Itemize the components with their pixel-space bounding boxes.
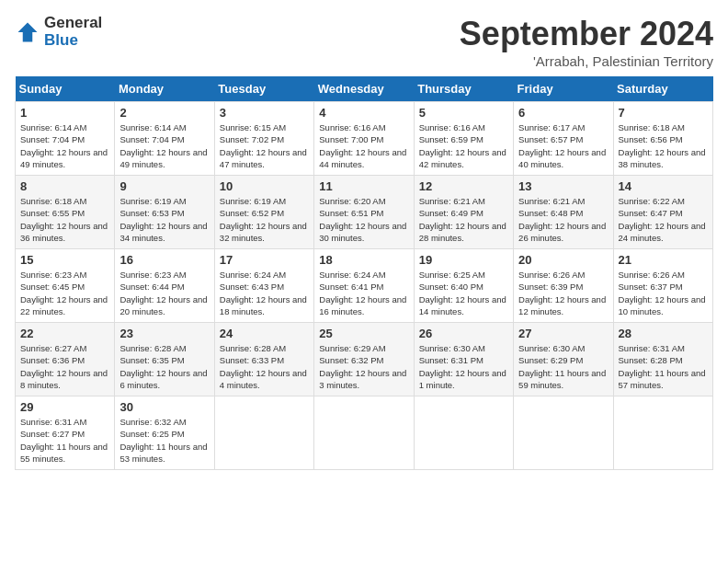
table-row: 1 Sunrise: 6:14 AM Sunset: 7:04 PM Dayli… <box>16 102 115 176</box>
table-row: 27 Sunrise: 6:30 AM Sunset: 6:29 PM Dayl… <box>514 323 613 396</box>
logo-icon <box>15 19 40 45</box>
page-header: General Blue September 2024 'Arrabah, Pa… <box>15 15 713 69</box>
title-block: September 2024 'Arrabah, Palestinian Ter… <box>460 15 713 69</box>
calendar-table: Sunday Monday Tuesday Wednesday Thursday… <box>15 76 713 470</box>
table-row: 8 Sunrise: 6:18 AM Sunset: 6:55 PM Dayli… <box>16 176 115 249</box>
table-row: 6 Sunrise: 6:17 AM Sunset: 6:57 PM Dayli… <box>514 102 613 176</box>
table-row: 7 Sunrise: 6:18 AM Sunset: 6:56 PM Dayli… <box>613 102 712 176</box>
calendar-week: 8 Sunrise: 6:18 AM Sunset: 6:55 PM Dayli… <box>16 176 713 249</box>
header-wednesday: Wednesday <box>314 76 414 102</box>
header-tuesday: Tuesday <box>214 76 313 102</box>
header-sunday: Sunday <box>16 76 115 102</box>
empty-cell <box>514 396 613 470</box>
table-row: 18 Sunrise: 6:24 AM Sunset: 6:41 PM Dayl… <box>314 249 414 323</box>
table-row: 20 Sunrise: 6:26 AM Sunset: 6:39 PM Dayl… <box>514 249 613 323</box>
header-row: Sunday Monday Tuesday Wednesday Thursday… <box>16 76 713 102</box>
table-row: 17 Sunrise: 6:24 AM Sunset: 6:43 PM Dayl… <box>214 249 313 323</box>
table-row: 9 Sunrise: 6:19 AM Sunset: 6:53 PM Dayli… <box>115 176 214 249</box>
table-row: 30 Sunrise: 6:32 AM Sunset: 6:25 PM Dayl… <box>115 396 214 470</box>
empty-cell <box>613 396 712 470</box>
table-row: 29 Sunrise: 6:31 AM Sunset: 6:27 PM Dayl… <box>16 396 115 470</box>
table-row: 24 Sunrise: 6:28 AM Sunset: 6:33 PM Dayl… <box>214 323 313 396</box>
table-row: 5 Sunrise: 6:16 AM Sunset: 6:59 PM Dayli… <box>414 102 513 176</box>
table-row: 22 Sunrise: 6:27 AM Sunset: 6:36 PM Dayl… <box>16 323 115 396</box>
table-row: 11 Sunrise: 6:20 AM Sunset: 6:51 PM Dayl… <box>314 176 414 249</box>
empty-cell <box>214 396 313 470</box>
table-row: 12 Sunrise: 6:21 AM Sunset: 6:49 PM Dayl… <box>414 176 513 249</box>
table-row: 10 Sunrise: 6:19 AM Sunset: 6:52 PM Dayl… <box>214 176 313 249</box>
logo: General Blue <box>15 15 102 49</box>
table-row: 23 Sunrise: 6:28 AM Sunset: 6:35 PM Dayl… <box>115 323 214 396</box>
empty-cell <box>314 396 414 470</box>
table-row: 26 Sunrise: 6:30 AM Sunset: 6:31 PM Dayl… <box>414 323 513 396</box>
svg-marker-0 <box>18 22 38 41</box>
empty-cell <box>414 396 513 470</box>
table-row: 14 Sunrise: 6:22 AM Sunset: 6:47 PM Dayl… <box>613 176 712 249</box>
table-row: 2 Sunrise: 6:14 AM Sunset: 7:04 PM Dayli… <box>115 102 214 176</box>
header-monday: Monday <box>115 76 214 102</box>
table-row: 21 Sunrise: 6:26 AM Sunset: 6:37 PM Dayl… <box>613 249 712 323</box>
table-row: 15 Sunrise: 6:23 AM Sunset: 6:45 PM Dayl… <box>16 249 115 323</box>
calendar-week: 22 Sunrise: 6:27 AM Sunset: 6:36 PM Dayl… <box>16 323 713 396</box>
table-row: 16 Sunrise: 6:23 AM Sunset: 6:44 PM Dayl… <box>115 249 214 323</box>
table-row: 28 Sunrise: 6:31 AM Sunset: 6:28 PM Dayl… <box>613 323 712 396</box>
location-title: 'Arrabah, Palestinian Territory <box>460 53 713 69</box>
calendar-week: 15 Sunrise: 6:23 AM Sunset: 6:45 PM Dayl… <box>16 249 713 323</box>
logo-blue: Blue <box>44 32 102 50</box>
table-row: 3 Sunrise: 6:15 AM Sunset: 7:02 PM Dayli… <box>214 102 313 176</box>
header-friday: Friday <box>514 76 613 102</box>
table-row: 25 Sunrise: 6:29 AM Sunset: 6:32 PM Dayl… <box>314 323 414 396</box>
table-row: 13 Sunrise: 6:21 AM Sunset: 6:48 PM Dayl… <box>514 176 613 249</box>
calendar-week: 29 Sunrise: 6:31 AM Sunset: 6:27 PM Dayl… <box>16 396 713 470</box>
logo-text: General Blue <box>44 15 102 49</box>
table-row: 4 Sunrise: 6:16 AM Sunset: 7:00 PM Dayli… <box>314 102 414 176</box>
table-row: 19 Sunrise: 6:25 AM Sunset: 6:40 PM Dayl… <box>414 249 513 323</box>
header-thursday: Thursday <box>414 76 513 102</box>
calendar-week: 1 Sunrise: 6:14 AM Sunset: 7:04 PM Dayli… <box>16 102 713 176</box>
header-saturday: Saturday <box>613 76 712 102</box>
month-title: September 2024 <box>460 15 713 53</box>
logo-general: General <box>44 15 102 32</box>
